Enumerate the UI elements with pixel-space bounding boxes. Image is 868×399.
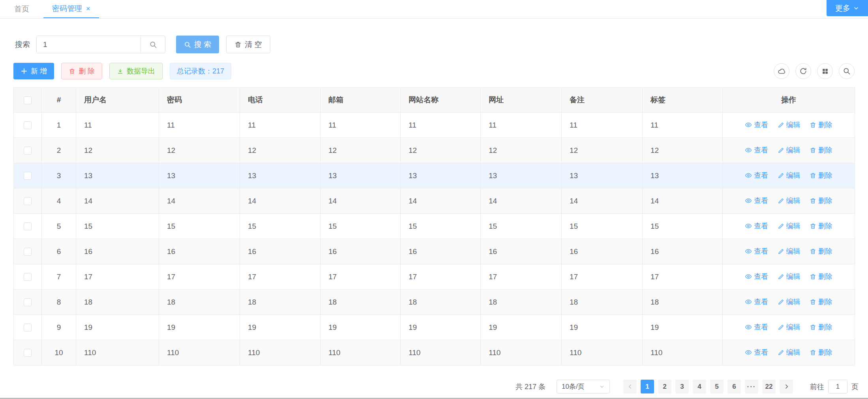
row-cell: 12 bbox=[401, 138, 481, 163]
tab-home[interactable]: 首页 bbox=[6, 0, 38, 18]
row-checkbox[interactable] bbox=[24, 349, 32, 357]
more-button[interactable]: 更多 bbox=[827, 0, 868, 16]
view-action[interactable]: 查看 bbox=[745, 322, 768, 332]
view-action-label: 查看 bbox=[754, 120, 768, 130]
row-checkbox[interactable] bbox=[24, 147, 32, 154]
header-remark: 备注 bbox=[562, 88, 643, 113]
table-row[interactable]: 5 15 15 15 15 15 15 15 15 查看 编辑 bbox=[14, 214, 855, 239]
table-row[interactable]: 9 19 19 19 19 19 19 19 19 查看 编辑 bbox=[14, 315, 855, 340]
edit-action[interactable]: 编辑 bbox=[778, 297, 801, 307]
eye-icon bbox=[745, 222, 752, 230]
tab-password-management[interactable]: 密码管理 × bbox=[43, 0, 99, 18]
select-all-checkbox[interactable] bbox=[24, 96, 32, 104]
table-row[interactable]: 7 17 17 17 17 17 17 17 17 查看 编辑 bbox=[14, 264, 855, 290]
row-cell: 110 bbox=[481, 340, 562, 365]
pencil-icon bbox=[778, 223, 784, 230]
pager-prev-button[interactable] bbox=[623, 380, 637, 393]
table-row[interactable]: 10 110 110 110 110 110 110 110 110 查看 编辑 bbox=[14, 340, 855, 365]
pager-page-3[interactable]: 3 bbox=[675, 380, 689, 393]
delete-action[interactable]: 删除 bbox=[810, 145, 832, 155]
edit-action[interactable]: 编辑 bbox=[778, 221, 801, 231]
search-input-group bbox=[36, 36, 165, 53]
delete-action[interactable]: 删除 bbox=[810, 120, 832, 130]
delete-action[interactable]: 删除 bbox=[810, 297, 832, 307]
edit-action[interactable]: 编辑 bbox=[778, 348, 801, 357]
row-cell: 15 bbox=[240, 214, 321, 239]
row-checkbox[interactable] bbox=[24, 222, 32, 230]
close-tab-icon[interactable]: × bbox=[86, 5, 90, 12]
row-cell: 14 bbox=[643, 188, 723, 214]
view-action[interactable]: 查看 bbox=[745, 297, 768, 307]
view-action[interactable]: 查看 bbox=[745, 348, 768, 357]
pager-page-6[interactable]: 6 bbox=[727, 380, 741, 393]
row-checkbox[interactable] bbox=[24, 121, 32, 129]
refresh-button[interactable] bbox=[795, 63, 811, 79]
table-row[interactable]: 3 13 13 13 13 13 13 13 13 查看 编辑 bbox=[14, 163, 855, 188]
edit-action[interactable]: 编辑 bbox=[778, 120, 801, 130]
edit-action[interactable]: 编辑 bbox=[778, 145, 801, 155]
row-cell: 11 bbox=[240, 113, 321, 138]
delete-action[interactable]: 删除 bbox=[810, 196, 832, 205]
table-row[interactable]: 1 11 11 11 11 11 11 11 11 查看 编辑 bbox=[14, 113, 855, 138]
page-size-select[interactable]: 10条/页 bbox=[557, 380, 610, 393]
pager-page-1[interactable]: 1 bbox=[641, 380, 654, 393]
row-checkbox[interactable] bbox=[24, 324, 32, 331]
view-action[interactable]: 查看 bbox=[745, 171, 768, 180]
pager-page-4[interactable]: 4 bbox=[693, 380, 706, 393]
edit-action-label: 编辑 bbox=[786, 272, 801, 281]
pager-next-button[interactable] bbox=[780, 380, 793, 393]
zoom-button[interactable] bbox=[839, 63, 855, 79]
view-action[interactable]: 查看 bbox=[745, 196, 768, 205]
view-action[interactable]: 查看 bbox=[745, 247, 768, 256]
goto-page-input[interactable] bbox=[828, 380, 847, 393]
pencil-icon bbox=[778, 324, 784, 331]
pager-page-2[interactable]: 2 bbox=[658, 380, 671, 393]
delete-action[interactable]: 删除 bbox=[810, 322, 832, 332]
delete-action[interactable]: 删除 bbox=[810, 247, 832, 256]
pager-page-5[interactable]: 5 bbox=[710, 380, 724, 393]
view-action[interactable]: 查看 bbox=[745, 145, 768, 155]
delete-action[interactable]: 删除 bbox=[810, 348, 832, 357]
row-cell: 19 bbox=[240, 315, 321, 340]
row-cell: 13 bbox=[76, 163, 159, 188]
edit-action[interactable]: 编辑 bbox=[778, 247, 801, 256]
pencil-icon bbox=[778, 172, 784, 179]
delete-action[interactable]: 删除 bbox=[810, 221, 832, 231]
delete-button[interactable]: 删 除 bbox=[61, 63, 102, 79]
clear-button[interactable]: 清 空 bbox=[226, 36, 270, 53]
delete-action[interactable]: 删除 bbox=[810, 171, 832, 180]
search-button[interactable]: 搜 索 bbox=[176, 36, 219, 53]
add-button-label: 新 增 bbox=[31, 66, 47, 76]
edit-action[interactable]: 编辑 bbox=[778, 272, 801, 281]
grid-view-button[interactable] bbox=[817, 63, 833, 79]
table-row[interactable]: 4 14 14 14 14 14 14 14 14 查看 编辑 bbox=[14, 188, 855, 214]
row-cell: 110 bbox=[76, 340, 159, 365]
row-cell: 11 bbox=[401, 113, 481, 138]
table-row[interactable]: 2 12 12 12 12 12 12 12 12 查看 编辑 bbox=[14, 138, 855, 163]
edit-action[interactable]: 编辑 bbox=[778, 171, 801, 180]
search-input-append[interactable] bbox=[141, 36, 165, 53]
edit-action-label: 编辑 bbox=[786, 348, 801, 357]
table-row[interactable]: 6 16 16 16 16 16 16 16 16 查看 编辑 bbox=[14, 239, 855, 264]
row-checkbox[interactable] bbox=[24, 273, 32, 281]
edit-action[interactable]: 编辑 bbox=[778, 322, 801, 332]
table-row[interactable]: 8 18 18 18 18 18 18 18 18 查看 编辑 bbox=[14, 290, 855, 315]
search-input[interactable] bbox=[37, 36, 141, 53]
row-checkbox[interactable] bbox=[24, 172, 32, 180]
cloud-sync-button[interactable] bbox=[774, 63, 789, 79]
delete-action[interactable]: 删除 bbox=[810, 272, 832, 281]
view-action[interactable]: 查看 bbox=[745, 120, 768, 130]
row-checkbox[interactable] bbox=[24, 197, 32, 205]
view-action[interactable]: 查看 bbox=[745, 272, 768, 281]
row-cell: 15 bbox=[401, 214, 481, 239]
row-checkbox[interactable] bbox=[24, 298, 32, 306]
pager-page-22[interactable]: 22 bbox=[762, 380, 776, 393]
pager-ellipsis[interactable]: ··· bbox=[745, 380, 758, 393]
export-button[interactable]: 数据导出 bbox=[109, 63, 163, 79]
edit-action-label: 编辑 bbox=[786, 145, 801, 155]
view-action[interactable]: 查看 bbox=[745, 221, 768, 231]
row-cell: 15 bbox=[481, 214, 562, 239]
row-checkbox[interactable] bbox=[24, 248, 32, 256]
add-button[interactable]: 新 增 bbox=[13, 63, 54, 79]
edit-action[interactable]: 编辑 bbox=[778, 196, 801, 205]
